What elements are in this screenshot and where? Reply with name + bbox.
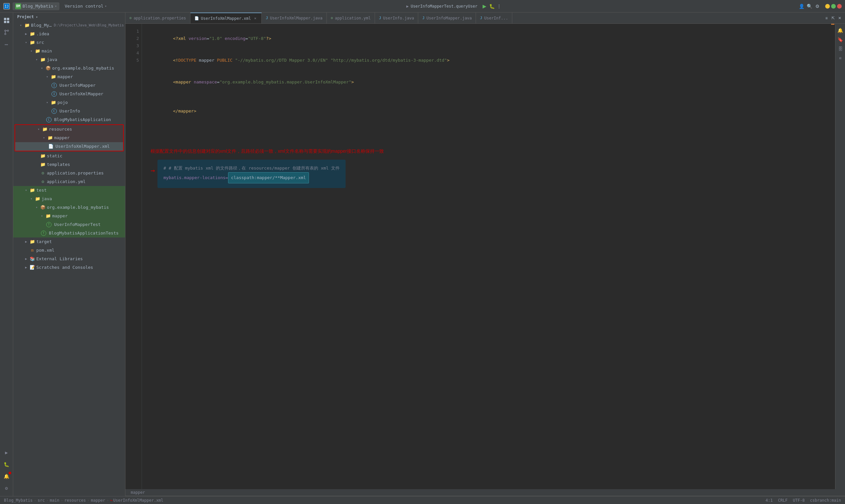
- maximize-button[interactable]: [831, 4, 836, 8]
- close-button[interactable]: [837, 4, 842, 8]
- tree-arrow-java: ▾: [36, 56, 40, 63]
- tab-userinfo-java[interactable]: J UserInfo.java: [375, 13, 419, 24]
- version-control-dropdown[interactable]: ▾: [105, 4, 107, 8]
- project-header-dropdown[interactable]: ▾: [36, 15, 38, 19]
- tree-test-java[interactable]: ▾ 📁 java: [13, 195, 125, 203]
- tree-idea[interactable]: ▶ 📁 .idea: [13, 30, 125, 38]
- breadcrumb-sep-5: ›: [107, 498, 109, 503]
- maven-icon-pom: m: [30, 248, 35, 253]
- tree-target[interactable]: ▶ 📁 target: [13, 237, 125, 246]
- status-encoding[interactable]: UTF-8: [793, 498, 805, 503]
- java-interface-icon-xmlmapper: I: [52, 91, 57, 97]
- minimize-button[interactable]: [825, 4, 830, 8]
- tab-application-yml[interactable]: ⚙ application.yml: [327, 13, 375, 24]
- project-dropdown-icon[interactable]: ▾: [55, 4, 57, 8]
- tree-userinfoxmlmapper[interactable]: I UserInfoXmlMapper: [13, 90, 125, 98]
- tree-userinfoMapperTest[interactable]: T UserInfoMapperTest: [13, 220, 125, 229]
- tab-label-userinfo: UserInfo.java: [383, 16, 414, 20]
- tree-root[interactable]: ▾ 📁 Blog_Mybatis D:\Project\Java_Web\Blo…: [13, 21, 125, 30]
- rsb-notifications-icon[interactable]: 🔔: [837, 26, 844, 34]
- tree-src[interactable]: ▾ 📁 src: [13, 38, 125, 47]
- tree-pojo[interactable]: ▾ 📁 pojo: [13, 98, 125, 107]
- tree-pom[interactable]: ▶ m pom.xml: [13, 246, 125, 255]
- tab-close-xmlmapper[interactable]: ✕: [253, 16, 258, 21]
- tree-templates[interactable]: ▶ 📁 templates: [13, 160, 125, 169]
- project-panel-header[interactable]: Project ▾: [13, 13, 125, 21]
- tree-xml-file[interactable]: 📄 UserInfoXmlMapper.xml: [15, 142, 123, 151]
- tree-test-mapper[interactable]: ▾ 📁 mapper: [13, 212, 125, 220]
- tree-app-yml[interactable]: ▶ ⚙ application.yml: [13, 178, 125, 186]
- tab-list-button[interactable]: ≡: [824, 16, 829, 21]
- activity-settings-icon[interactable]: ⚙: [1, 483, 12, 493]
- tab-label-appyml: application.yml: [335, 16, 371, 20]
- rsb-bookmark-icon[interactable]: 🔖: [837, 36, 844, 43]
- breadcrumb-item-0[interactable]: mapper: [131, 490, 145, 495]
- project-name: Blog_Mybatis: [22, 4, 53, 8]
- tab-userinfomapper-java[interactable]: J UserInfoMapper.java: [418, 13, 476, 24]
- activity-notification-icon[interactable]: 🔔: [1, 471, 12, 482]
- tab-application-properties[interactable]: ⚙ application.properties: [125, 13, 191, 24]
- breadcrumb-src[interactable]: src: [38, 498, 45, 503]
- more-button[interactable]: ⋮: [496, 4, 502, 9]
- version-control-menu[interactable]: Version control ▾: [62, 3, 109, 10]
- folder-icon-pojo: 📁: [51, 100, 56, 105]
- tree-arrow-extlibs: ▶: [25, 255, 30, 263]
- run-button[interactable]: ▶: [482, 4, 487, 9]
- tree-blogmybatisapptests[interactable]: T BlogMybatisApplicationTests: [13, 229, 125, 237]
- tree-org[interactable]: ▾ 📦 org.example.blog_mybatis: [13, 64, 125, 73]
- settings-button[interactable]: ⚙: [815, 4, 820, 9]
- folder-icon-mapper-pkg: 📁: [51, 74, 56, 79]
- tab-userinfoxmlmapper-java[interactable]: J UserInfoXmlMapper.java: [262, 13, 327, 24]
- rsb-database-icon[interactable]: 🗄: [837, 45, 844, 53]
- tree-mapper-pkg[interactable]: ▾ 📁 mapper: [13, 73, 125, 81]
- tree-static[interactable]: ▶ 📁 static: [13, 152, 125, 160]
- run-target-label: UserInfoMapperTest.queryUser: [411, 4, 477, 8]
- activity-more-icon[interactable]: ⋯: [1, 39, 12, 50]
- activity-git-icon[interactable]: [1, 27, 12, 38]
- tree-userinfomapper[interactable]: I UserInfoMapper: [13, 81, 125, 90]
- profile-button[interactable]: 👤: [799, 4, 804, 9]
- tree-blogmybatisapp-label: BlogMybatisApplication: [54, 116, 111, 123]
- bottom-breadcrumb: Blog_Mybatis › src › main › resources › …: [4, 498, 163, 503]
- project-icon: BM: [15, 3, 21, 9]
- status-crlf[interactable]: CRLF: [778, 498, 788, 503]
- tab-userinfoxmlmapper[interactable]: 📄 UserInfoXmlMapper.xml ✕: [191, 13, 262, 24]
- tab-expand-button[interactable]: ⇱: [830, 16, 836, 21]
- tree-extlibs[interactable]: ▶ 📚 External Libraries: [13, 255, 125, 263]
- tree-scratches[interactable]: ▶ 📝 Scratches and Consoles: [13, 263, 125, 272]
- breadcrumb-resources[interactable]: resources: [64, 498, 86, 503]
- tree-scratches-label: Scratches and Consoles: [36, 264, 93, 271]
- tree-arrow-idea: ▶: [25, 30, 30, 38]
- breadcrumb-blog[interactable]: Blog_Mybatis: [4, 498, 33, 503]
- tree-resources[interactable]: ▾ 📁 resources: [15, 125, 123, 133]
- line-num-1: 1: [125, 28, 139, 35]
- code-content[interactable]: <?xml version="1.0" encoding="UTF-8"?> <…: [142, 24, 830, 489]
- breadcrumb-main[interactable]: main: [50, 498, 59, 503]
- breadcrumb-sep-3: ›: [61, 498, 63, 503]
- tree-main[interactable]: ▾ 📁 main: [13, 47, 125, 55]
- tree-userinfo[interactable]: C UserInfo: [13, 107, 125, 115]
- tree-arrow-test-mapper: ▾: [41, 212, 46, 220]
- tree-templates-label: templates: [47, 161, 70, 168]
- tab-close-all-button[interactable]: ✕: [837, 16, 842, 21]
- tree-arrow-test-java: ▾: [30, 195, 35, 202]
- tree-blogmybatisapp[interactable]: C BlogMybatisApplication: [13, 115, 125, 124]
- tree-app-properties[interactable]: ▶ ⚙ application.properties: [13, 169, 125, 178]
- app-icon: IJ: [3, 3, 10, 10]
- tree-mapper-res[interactable]: ▾ 📁 mapper: [15, 133, 123, 142]
- activity-run-icon[interactable]: ▶: [1, 447, 12, 458]
- tree-app-properties-label: application.properties: [47, 169, 104, 177]
- search-button[interactable]: 🔍: [807, 4, 812, 9]
- folder-icon-templates: 📁: [40, 162, 46, 167]
- tree-java[interactable]: ▾ 📁 java: [13, 55, 125, 64]
- tree-test[interactable]: ▾ 📁 test: [13, 186, 125, 195]
- tab-userinf-more[interactable]: J UserInf...: [476, 13, 512, 24]
- project-selector[interactable]: BM Blog_Mybatis ▾: [13, 2, 59, 10]
- breadcrumb-xmlfile[interactable]: ↪ UserInfoXmlMapper.xml: [110, 498, 163, 503]
- tree-test-org[interactable]: ▾ 📦 org.example.blog_mybatis: [13, 203, 125, 212]
- code-line-4: [147, 93, 830, 100]
- activity-debug-icon[interactable]: 🐛: [1, 459, 12, 470]
- breadcrumb-mapper[interactable]: mapper: [91, 498, 105, 503]
- debug-button[interactable]: 🐛: [489, 4, 494, 9]
- activity-project-icon[interactable]: [1, 15, 12, 26]
